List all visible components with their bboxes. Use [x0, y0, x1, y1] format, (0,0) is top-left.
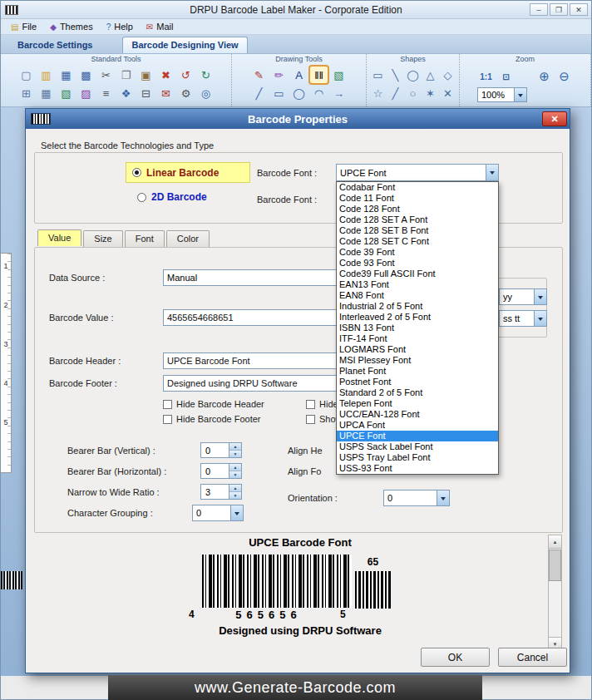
spinner-up-icon[interactable]: ▲: [229, 464, 241, 471]
triangle-shape-icon[interactable]: △: [422, 67, 439, 83]
zoom-level-select[interactable]: 100%: [477, 87, 527, 102]
pencil-tool-icon[interactable]: ✎: [250, 67, 268, 83]
scrollbar-thumb[interactable]: [549, 550, 561, 581]
arrow-tool-icon[interactable]: →: [330, 85, 348, 101]
radio-icon[interactable]: [132, 168, 141, 177]
spinner-up-icon[interactable]: ▲: [229, 443, 241, 451]
preview-scrollbar[interactable]: ▲ ▼: [548, 535, 562, 651]
checkbox-icon[interactable]: [163, 400, 172, 409]
print-icon[interactable]: ⊟: [137, 85, 155, 101]
target-icon[interactable]: ◎: [197, 85, 215, 101]
brush-tool-icon[interactable]: ✏: [270, 67, 288, 83]
fit-to-window-icon[interactable]: ⊡: [497, 68, 515, 85]
tab-barcode-settings[interactable]: Barcode Settings: [9, 37, 101, 53]
cross-shape-icon[interactable]: ✕: [440, 85, 456, 101]
redo-icon[interactable]: ↻: [197, 67, 215, 83]
chevron-down-icon[interactable]: [230, 505, 243, 520]
dialog-close-button[interactable]: ✕: [542, 111, 567, 126]
save-icon[interactable]: ▦: [57, 67, 75, 83]
restore-button[interactable]: ❐: [550, 3, 568, 16]
spinner-up-icon[interactable]: ▲: [229, 485, 241, 492]
text-tool-icon[interactable]: A: [290, 67, 308, 83]
date-format-select-fragment[interactable]: yy: [499, 288, 547, 305]
close-window-button[interactable]: ✕: [570, 3, 588, 16]
line-tool-icon[interactable]: ╱: [250, 85, 268, 101]
spinner-down-icon[interactable]: ▼: [229, 451, 241, 457]
delete-icon[interactable]: ✖: [157, 67, 175, 83]
font-dropdown-option[interactable]: Code 128 SET C Font: [337, 236, 498, 247]
font-dropdown-option[interactable]: Code 93 Font: [337, 258, 498, 269]
group-icon[interactable]: ❖: [117, 85, 135, 101]
menu-themes[interactable]: ◆ Themes: [43, 20, 99, 33]
bearer-vertical-spinner[interactable]: 0 ▲▼: [200, 442, 242, 458]
font-dropdown-option[interactable]: Telepen Font: [337, 398, 498, 409]
chart-icon[interactable]: ▨: [77, 85, 95, 101]
font-dropdown-option[interactable]: USS-93 Font: [337, 463, 498, 474]
cut-icon[interactable]: ✂: [97, 67, 115, 83]
diamond-shape-icon[interactable]: ◇: [440, 67, 456, 83]
chevron-down-icon[interactable]: [486, 165, 498, 180]
rectangle-tool-icon[interactable]: ▭: [270, 85, 288, 101]
ellipse-shape-icon[interactable]: ◯: [405, 67, 422, 83]
scroll-up-icon[interactable]: ▲: [549, 535, 561, 549]
barcode-footer-input[interactable]: Designed using DRPU Software: [163, 375, 363, 392]
menu-help[interactable]: ? Help: [100, 20, 140, 33]
font-dropdown-option[interactable]: Code39 Full ASCII Font: [337, 269, 498, 279]
font-dropdown-option[interactable]: USPS Sack Label Font: [337, 441, 498, 452]
data-source-select[interactable]: Manual: [163, 269, 363, 286]
one-to-one-zoom-icon[interactable]: 1:1: [477, 68, 495, 85]
font-dropdown-option[interactable]: USPS Tray Label Font: [337, 452, 498, 463]
align-icon[interactable]: ≡: [97, 85, 115, 101]
zoom-in-icon[interactable]: ⊕: [535, 68, 553, 85]
dialog-tab[interactable]: Color: [166, 230, 210, 247]
paste-icon[interactable]: ▣: [137, 67, 155, 83]
spinner-down-icon[interactable]: ▼: [229, 492, 241, 499]
ellipse-tool-icon[interactable]: ◯: [290, 85, 308, 101]
font-dropdown-option[interactable]: Code 128 SET A Font: [337, 214, 498, 225]
font-dropdown-option[interactable]: Industrial 2 of 5 Font: [337, 301, 498, 312]
font-dropdown-option[interactable]: ITF-14 Font: [337, 333, 498, 344]
dialog-tab[interactable]: Size: [83, 230, 122, 247]
undo-icon[interactable]: ↺: [177, 67, 195, 83]
checkbox-icon[interactable]: [163, 415, 172, 424]
font-dropdown-option[interactable]: Code 11 Font: [337, 193, 498, 204]
font-dropdown-option[interactable]: Interleaved 2 of 5 Font: [337, 312, 498, 323]
rounded-rectangle-shape-icon[interactable]: ▭: [370, 67, 387, 83]
open-file-icon[interactable]: ▥: [37, 67, 55, 83]
font-dropdown-option[interactable]: UPCA Font: [337, 420, 498, 431]
font-dropdown-option[interactable]: Code 128 Font: [337, 204, 498, 214]
chevron-down-icon[interactable]: [514, 88, 526, 101]
new-document-icon[interactable]: ▢: [17, 67, 35, 83]
checkbox-icon[interactable]: [306, 400, 315, 409]
grid-icon[interactable]: ⊞: [17, 85, 35, 101]
diagonal-line-shape-icon[interactable]: ╱: [387, 85, 404, 101]
dialog-titlebar[interactable]: Barcode Properties ✕: [26, 109, 570, 129]
dialog-tab[interactable]: Value: [37, 229, 81, 246]
font-dropdown-option[interactable]: EAN13 Font: [337, 279, 498, 290]
font-dropdown-option[interactable]: Codabar Font: [337, 182, 498, 193]
font-dropdown-option[interactable]: ISBN 13 Font: [337, 323, 498, 333]
copy-icon[interactable]: ❐: [117, 67, 135, 83]
ok-button[interactable]: OK: [421, 648, 490, 667]
chevron-down-icon[interactable]: [534, 289, 546, 304]
font-dropdown-option[interactable]: EAN8 Font: [337, 290, 498, 301]
email-icon[interactable]: ✉: [157, 85, 175, 101]
star-shape-icon[interactable]: ☆: [370, 85, 387, 101]
chevron-down-icon[interactable]: [437, 490, 449, 505]
orientation-select[interactable]: 0: [383, 490, 450, 506]
font-dropdown-option[interactable]: Code 39 Font: [337, 247, 498, 258]
menu-file[interactable]: ▤ File: [4, 20, 43, 33]
save-all-icon[interactable]: ▩: [77, 67, 95, 83]
checkbox-icon[interactable]: [306, 415, 315, 424]
circle-shape-icon[interactable]: ○: [405, 85, 422, 101]
menu-mail[interactable]: ✉ Mail: [140, 20, 180, 33]
bearer-horizontal-spinner[interactable]: 0 ▲▼: [200, 463, 242, 479]
font-dropdown-option[interactable]: Postnet Font: [337, 377, 498, 387]
burst-shape-icon[interactable]: ✶: [422, 85, 439, 101]
checkbox-item[interactable]: Hide Barcode Header: [163, 399, 306, 409]
checkbox-item[interactable]: Hide Barcode Footer: [163, 414, 306, 424]
font-dropdown-option[interactable]: Standard 2 of 5 Font: [337, 387, 498, 398]
2d-barcode-radio[interactable]: 2D Barcode: [137, 191, 207, 203]
image-icon[interactable]: ▧: [57, 85, 75, 101]
font-dropdown-option[interactable]: UPCE Font: [337, 431, 498, 441]
